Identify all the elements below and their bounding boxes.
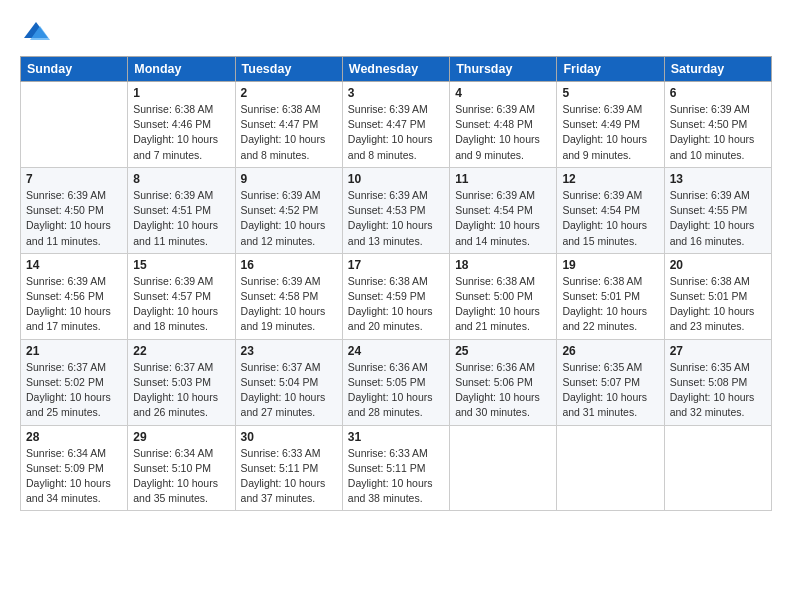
day-number: 5 [562, 86, 658, 100]
day-number: 3 [348, 86, 444, 100]
calendar-week-4: 21Sunrise: 6:37 AMSunset: 5:02 PMDayligh… [21, 339, 772, 425]
day-info: Sunrise: 6:38 AMSunset: 5:00 PMDaylight:… [455, 274, 551, 335]
sunset-text: Sunset: 4:49 PM [562, 118, 640, 130]
daylight-text: Daylight: 10 hours and 18 minutes. [133, 305, 218, 332]
day-info: Sunrise: 6:39 AMSunset: 4:55 PMDaylight:… [670, 188, 766, 249]
day-number: 22 [133, 344, 229, 358]
calendar-cell: 20Sunrise: 6:38 AMSunset: 5:01 PMDayligh… [664, 253, 771, 339]
day-number: 11 [455, 172, 551, 186]
calendar-cell: 2Sunrise: 6:38 AMSunset: 4:47 PMDaylight… [235, 82, 342, 168]
daylight-text: Daylight: 10 hours and 8 minutes. [241, 133, 326, 160]
day-info: Sunrise: 6:37 AMSunset: 5:03 PMDaylight:… [133, 360, 229, 421]
calendar-header-wednesday: Wednesday [342, 57, 449, 82]
daylight-text: Daylight: 10 hours and 8 minutes. [348, 133, 433, 160]
sunrise-text: Sunrise: 6:38 AM [348, 275, 428, 287]
calendar-cell: 27Sunrise: 6:35 AMSunset: 5:08 PMDayligh… [664, 339, 771, 425]
sunset-text: Sunset: 5:07 PM [562, 376, 640, 388]
calendar-header-saturday: Saturday [664, 57, 771, 82]
daylight-text: Daylight: 10 hours and 12 minutes. [241, 219, 326, 246]
day-info: Sunrise: 6:38 AMSunset: 5:01 PMDaylight:… [670, 274, 766, 335]
sunrise-text: Sunrise: 6:39 AM [455, 103, 535, 115]
daylight-text: Daylight: 10 hours and 28 minutes. [348, 391, 433, 418]
calendar-header-sunday: Sunday [21, 57, 128, 82]
day-number: 10 [348, 172, 444, 186]
calendar-cell: 12Sunrise: 6:39 AMSunset: 4:54 PMDayligh… [557, 167, 664, 253]
day-number: 24 [348, 344, 444, 358]
day-info: Sunrise: 6:39 AMSunset: 4:48 PMDaylight:… [455, 102, 551, 163]
calendar-header-tuesday: Tuesday [235, 57, 342, 82]
day-info: Sunrise: 6:39 AMSunset: 4:54 PMDaylight:… [562, 188, 658, 249]
day-info: Sunrise: 6:39 AMSunset: 4:52 PMDaylight:… [241, 188, 337, 249]
daylight-text: Daylight: 10 hours and 19 minutes. [241, 305, 326, 332]
sunrise-text: Sunrise: 6:33 AM [241, 447, 321, 459]
day-number: 2 [241, 86, 337, 100]
calendar-cell: 5Sunrise: 6:39 AMSunset: 4:49 PMDaylight… [557, 82, 664, 168]
sunset-text: Sunset: 5:05 PM [348, 376, 426, 388]
calendar-cell: 4Sunrise: 6:39 AMSunset: 4:48 PMDaylight… [450, 82, 557, 168]
day-number: 30 [241, 430, 337, 444]
day-number: 27 [670, 344, 766, 358]
sunset-text: Sunset: 4:54 PM [562, 204, 640, 216]
sunrise-text: Sunrise: 6:39 AM [670, 103, 750, 115]
daylight-text: Daylight: 10 hours and 35 minutes. [133, 477, 218, 504]
sunrise-text: Sunrise: 6:39 AM [26, 189, 106, 201]
day-number: 15 [133, 258, 229, 272]
day-number: 14 [26, 258, 122, 272]
sunrise-text: Sunrise: 6:33 AM [348, 447, 428, 459]
calendar-table: SundayMondayTuesdayWednesdayThursdayFrid… [20, 56, 772, 511]
day-info: Sunrise: 6:38 AMSunset: 5:01 PMDaylight:… [562, 274, 658, 335]
calendar-cell: 15Sunrise: 6:39 AMSunset: 4:57 PMDayligh… [128, 253, 235, 339]
sunset-text: Sunset: 5:01 PM [562, 290, 640, 302]
sunrise-text: Sunrise: 6:39 AM [455, 189, 535, 201]
sunset-text: Sunset: 4:56 PM [26, 290, 104, 302]
day-number: 29 [133, 430, 229, 444]
sunset-text: Sunset: 5:04 PM [241, 376, 319, 388]
sunrise-text: Sunrise: 6:35 AM [562, 361, 642, 373]
daylight-text: Daylight: 10 hours and 15 minutes. [562, 219, 647, 246]
day-info: Sunrise: 6:34 AMSunset: 5:10 PMDaylight:… [133, 446, 229, 507]
calendar-cell: 8Sunrise: 6:39 AMSunset: 4:51 PMDaylight… [128, 167, 235, 253]
day-number: 9 [241, 172, 337, 186]
daylight-text: Daylight: 10 hours and 17 minutes. [26, 305, 111, 332]
day-number: 6 [670, 86, 766, 100]
sunrise-text: Sunrise: 6:36 AM [348, 361, 428, 373]
sunrise-text: Sunrise: 6:39 AM [670, 189, 750, 201]
daylight-text: Daylight: 10 hours and 10 minutes. [670, 133, 755, 160]
sunset-text: Sunset: 4:54 PM [455, 204, 533, 216]
calendar-week-2: 7Sunrise: 6:39 AMSunset: 4:50 PMDaylight… [21, 167, 772, 253]
day-number: 12 [562, 172, 658, 186]
daylight-text: Daylight: 10 hours and 11 minutes. [133, 219, 218, 246]
day-info: Sunrise: 6:39 AMSunset: 4:56 PMDaylight:… [26, 274, 122, 335]
daylight-text: Daylight: 10 hours and 26 minutes. [133, 391, 218, 418]
sunset-text: Sunset: 4:48 PM [455, 118, 533, 130]
calendar-cell: 16Sunrise: 6:39 AMSunset: 4:58 PMDayligh… [235, 253, 342, 339]
daylight-text: Daylight: 10 hours and 9 minutes. [455, 133, 540, 160]
sunrise-text: Sunrise: 6:39 AM [133, 189, 213, 201]
calendar-cell: 21Sunrise: 6:37 AMSunset: 5:02 PMDayligh… [21, 339, 128, 425]
day-info: Sunrise: 6:35 AMSunset: 5:08 PMDaylight:… [670, 360, 766, 421]
day-number: 20 [670, 258, 766, 272]
calendar-cell: 29Sunrise: 6:34 AMSunset: 5:10 PMDayligh… [128, 425, 235, 511]
sunset-text: Sunset: 5:11 PM [348, 462, 426, 474]
calendar-cell: 13Sunrise: 6:39 AMSunset: 4:55 PMDayligh… [664, 167, 771, 253]
calendar-week-5: 28Sunrise: 6:34 AMSunset: 5:09 PMDayligh… [21, 425, 772, 511]
day-info: Sunrise: 6:39 AMSunset: 4:51 PMDaylight:… [133, 188, 229, 249]
daylight-text: Daylight: 10 hours and 25 minutes. [26, 391, 111, 418]
daylight-text: Daylight: 10 hours and 23 minutes. [670, 305, 755, 332]
calendar-cell [557, 425, 664, 511]
daylight-text: Daylight: 10 hours and 22 minutes. [562, 305, 647, 332]
sunset-text: Sunset: 5:10 PM [133, 462, 211, 474]
sunrise-text: Sunrise: 6:39 AM [348, 189, 428, 201]
calendar-week-3: 14Sunrise: 6:39 AMSunset: 4:56 PMDayligh… [21, 253, 772, 339]
calendar-cell: 11Sunrise: 6:39 AMSunset: 4:54 PMDayligh… [450, 167, 557, 253]
sunset-text: Sunset: 5:09 PM [26, 462, 104, 474]
calendar-header-friday: Friday [557, 57, 664, 82]
daylight-text: Daylight: 10 hours and 27 minutes. [241, 391, 326, 418]
sunset-text: Sunset: 4:47 PM [241, 118, 319, 130]
sunrise-text: Sunrise: 6:37 AM [241, 361, 321, 373]
sunset-text: Sunset: 4:55 PM [670, 204, 748, 216]
sunrise-text: Sunrise: 6:39 AM [562, 189, 642, 201]
day-info: Sunrise: 6:33 AMSunset: 5:11 PMDaylight:… [348, 446, 444, 507]
day-info: Sunrise: 6:39 AMSunset: 4:54 PMDaylight:… [455, 188, 551, 249]
sunrise-text: Sunrise: 6:34 AM [133, 447, 213, 459]
